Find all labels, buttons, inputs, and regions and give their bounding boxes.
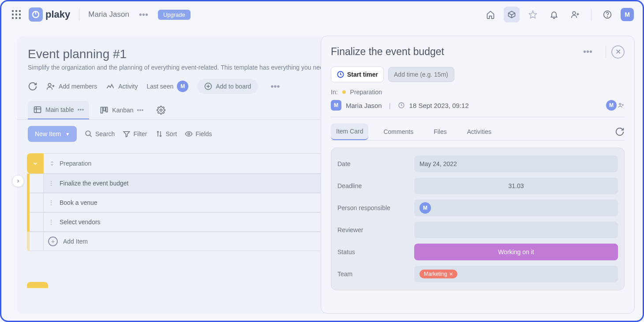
tab-item-card[interactable]: Item Card — [331, 123, 368, 140]
item-card-panel: Finalize the event budget ••• ✕ Start ti… — [321, 36, 635, 314]
sort-button[interactable]: Sort — [155, 130, 177, 138]
topbar: plaky Maria Jason ••• Upgrade — [1, 1, 643, 28]
sort-handle-icon[interactable] — [49, 160, 55, 167]
home-icon[interactable] — [483, 7, 498, 22]
search-button[interactable]: Search — [85, 130, 115, 138]
item-more-icon[interactable]: ••• — [580, 45, 596, 59]
avatar[interactable]: M — [419, 202, 431, 214]
field-label-status: Status — [337, 248, 408, 255]
row-title[interactable]: Book a venue — [60, 199, 97, 206]
field-value-status[interactable]: Working on it — [414, 244, 618, 260]
activity-label: Activity — [118, 83, 138, 90]
group-collapse-icon[interactable] — [29, 157, 42, 170]
field-value-date[interactable]: May 24, 2022 — [414, 155, 618, 172]
svg-point-12 — [573, 11, 576, 15]
svg-point-14 — [607, 17, 608, 17]
svg-point-23 — [188, 133, 190, 135]
upgrade-button[interactable]: Upgrade — [158, 10, 191, 20]
row-title[interactable]: Select vendors — [60, 218, 101, 226]
remove-tag-icon[interactable]: ✕ — [449, 271, 453, 277]
svg-rect-4 — [15, 14, 17, 15]
in-label: In: — [331, 89, 338, 96]
item-title[interactable]: Finalize the event budget — [331, 46, 580, 58]
logo[interactable]: plaky — [29, 7, 70, 22]
filter-label: Filter — [133, 130, 147, 137]
view-settings-icon[interactable] — [154, 101, 168, 119]
add-to-board-button[interactable]: Add to board — [197, 79, 258, 94]
apps-grid-icon[interactable] — [10, 8, 22, 21]
field-label-team: Team — [337, 270, 408, 278]
field-value-reviewer[interactable] — [414, 222, 618, 238]
avatar[interactable]: M — [621, 8, 634, 21]
expand-sidebar-icon[interactable] — [12, 175, 24, 187]
item-creator[interactable]: Maria Jason — [346, 102, 382, 109]
svg-rect-7 — [15, 17, 17, 19]
activity-button[interactable]: Activity — [106, 82, 138, 91]
svg-rect-17 — [34, 107, 41, 112]
help-icon[interactable] — [599, 7, 615, 22]
svg-rect-18 — [101, 107, 103, 113]
field-label-date: Date — [337, 160, 408, 167]
svg-rect-10 — [35, 11, 36, 15]
svg-rect-19 — [104, 107, 105, 111]
view-tab-more-icon[interactable]: ••• — [137, 107, 144, 114]
avatar[interactable]: M — [606, 100, 617, 111]
avatar[interactable]: M — [331, 100, 341, 111]
close-icon[interactable]: ✕ — [611, 45, 625, 59]
view-tab-kanban[interactable]: Kanban ••• — [94, 101, 149, 119]
tab-files[interactable]: Files — [428, 124, 452, 140]
svg-point-21 — [160, 109, 162, 111]
svg-point-15 — [48, 83, 51, 86]
add-people-icon[interactable] — [618, 102, 625, 109]
workspace-more-icon[interactable]: ••• — [135, 8, 152, 22]
sync-icon[interactable] — [28, 81, 37, 91]
drag-handle-icon[interactable]: ⋮ — [48, 180, 54, 187]
bell-icon[interactable] — [546, 7, 562, 22]
svg-point-22 — [86, 131, 90, 136]
team-tag[interactable]: Marketing✕ — [419, 270, 457, 278]
group-color-handle[interactable] — [27, 153, 44, 174]
in-group[interactable]: Preparation — [350, 89, 382, 96]
start-timer-button[interactable]: Start timer — [331, 67, 384, 82]
plus-icon[interactable]: + — [48, 237, 58, 246]
board-more-icon[interactable]: ••• — [267, 80, 283, 93]
drag-handle-icon[interactable]: ⋮ — [48, 199, 54, 206]
group-name[interactable]: Preparation — [60, 160, 91, 167]
box-icon[interactable] — [504, 7, 520, 22]
field-label-person: Person responsible — [337, 204, 408, 211]
tab-comments[interactable]: Comments — [378, 124, 419, 140]
divider — [79, 8, 79, 21]
svg-rect-3 — [12, 14, 14, 15]
search-label: Search — [95, 130, 115, 137]
logo-badge-icon — [29, 7, 43, 22]
next-group-handle[interactable] — [27, 282, 48, 288]
new-item-button[interactable]: New Item ▼ — [28, 126, 77, 142]
workspace-user[interactable]: Maria Jason — [88, 10, 129, 19]
view-tab-main-table[interactable]: Main table ••• — [28, 101, 89, 119]
divider — [591, 8, 592, 21]
svg-rect-2 — [19, 10, 21, 12]
add-members-button[interactable]: Add members — [46, 82, 97, 91]
field-label-reviewer: Reviewer — [337, 226, 408, 233]
add-time-input[interactable] — [388, 67, 454, 82]
view-tab-label: Main table — [45, 106, 74, 113]
tab-activities[interactable]: Activities — [462, 124, 497, 140]
drag-handle-icon[interactable]: ⋮ — [48, 218, 54, 226]
refresh-icon[interactable] — [615, 127, 625, 137]
filter-button[interactable]: Filter — [123, 130, 147, 138]
svg-marker-11 — [529, 11, 537, 19]
last-seen[interactable]: Last seen M — [147, 81, 189, 92]
logo-text: plaky — [45, 9, 70, 20]
divider — [606, 46, 606, 58]
field-value-person[interactable]: M — [414, 200, 618, 216]
row-color-bar — [27, 232, 30, 251]
svg-point-26 — [619, 103, 621, 105]
star-icon[interactable] — [525, 7, 541, 22]
view-tab-more-icon[interactable]: ••• — [78, 106, 84, 113]
add-person-icon[interactable] — [567, 7, 583, 22]
field-value-deadline[interactable]: 31.03 — [414, 178, 618, 194]
row-title[interactable]: Finalize the event budget — [60, 180, 128, 187]
item-card-fields: Date May 24, 2022 Deadline 31.03 Person … — [331, 148, 625, 290]
fields-button[interactable]: Fields — [185, 130, 212, 138]
field-value-team[interactable]: Marketing✕ — [414, 266, 618, 282]
